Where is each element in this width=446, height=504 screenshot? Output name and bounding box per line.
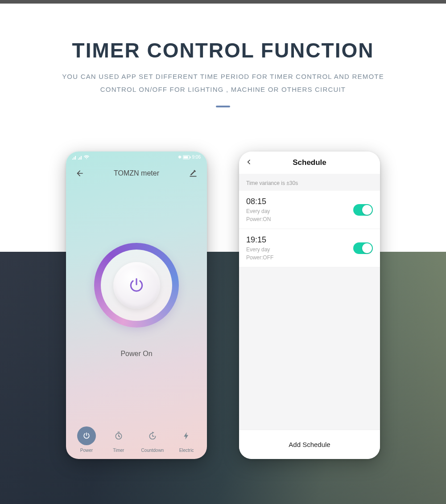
schedule-toggle[interactable]	[353, 204, 373, 216]
phone-mockups: ✱ 9:06 TOMZN meter Power On	[0, 152, 446, 459]
status-right-icons: ✱ 9:06	[178, 155, 201, 160]
bolt-icon	[182, 431, 191, 440]
phone-schedule: Schedule Time variance is ±30s 08:15 Eve…	[239, 152, 380, 459]
hero-section: TIMER CONTROL FUNCTION YOU CAN USED APP …	[0, 4, 446, 107]
bottom-tabs: Power Timer Countdown Electric	[66, 426, 207, 453]
schedule-power: Power:ON	[246, 216, 373, 222]
signal-icon	[72, 155, 77, 160]
status-left-icons	[72, 155, 89, 160]
svg-rect-2	[190, 156, 190, 158]
chevron-left-icon	[245, 159, 252, 166]
tab-electric[interactable]: Electric	[177, 426, 196, 453]
app-header: TOMZN meter	[66, 161, 207, 183]
countdown-icon	[148, 431, 157, 440]
phone-power: ✱ 9:06 TOMZN meter Power On	[66, 152, 207, 459]
tab-label: Timer	[113, 448, 124, 453]
tab-power[interactable]: Power	[77, 426, 96, 453]
power-button[interactable]	[113, 262, 160, 309]
add-schedule-button[interactable]: Add Schedule	[239, 430, 380, 459]
hero-subtitle: YOU CAN USED APP SET DIFFERENT TIME PERI…	[0, 70, 446, 96]
tab-countdown[interactable]: Countdown	[141, 426, 164, 453]
arrow-left-icon	[75, 169, 84, 178]
timer-icon	[114, 431, 123, 440]
schedule-header: Schedule	[239, 152, 380, 174]
schedule-toggle[interactable]	[353, 242, 373, 254]
back-button[interactable]	[75, 168, 85, 178]
status-time: 9:06	[192, 155, 201, 160]
variance-note: Time variance is ±30s	[239, 174, 380, 191]
power-icon	[128, 277, 145, 294]
schedule-title: Schedule	[293, 158, 326, 167]
bluetooth-icon: ✱	[178, 155, 182, 160]
battery-icon	[183, 155, 191, 160]
back-button[interactable]	[245, 158, 252, 168]
tab-label: Electric	[179, 448, 194, 453]
schedule-time: 19:15	[246, 235, 373, 245]
edit-button[interactable]	[188, 168, 198, 178]
schedule-time: 08:15	[246, 197, 373, 206]
add-schedule-label: Add Schedule	[289, 441, 330, 448]
tab-label: Countdown	[141, 448, 164, 453]
schedule-item[interactable]: 19:15 Every day Power:OFF	[239, 229, 380, 267]
signal-icon	[78, 155, 83, 160]
top-divider	[0, 0, 446, 4]
schedule-item[interactable]: 08:15 Every day Power:ON	[239, 191, 380, 229]
pencil-icon	[189, 169, 198, 178]
hero-divider	[216, 106, 230, 107]
power-control: Power On	[66, 243, 207, 358]
schedule-power: Power:OFF	[246, 254, 373, 261]
power-ring	[94, 243, 179, 328]
tab-label: Power	[80, 448, 93, 453]
power-status-label: Power On	[120, 350, 152, 358]
power-icon	[82, 431, 91, 440]
status-bar: ✱ 9:06	[66, 152, 207, 161]
tab-timer[interactable]: Timer	[109, 426, 128, 453]
device-title: TOMZN meter	[114, 169, 159, 177]
wifi-icon	[84, 155, 89, 160]
hero-title: TIMER CONTROL FUNCTION	[0, 38, 446, 62]
svg-rect-1	[183, 156, 188, 158]
power-ring-inner	[101, 250, 172, 321]
